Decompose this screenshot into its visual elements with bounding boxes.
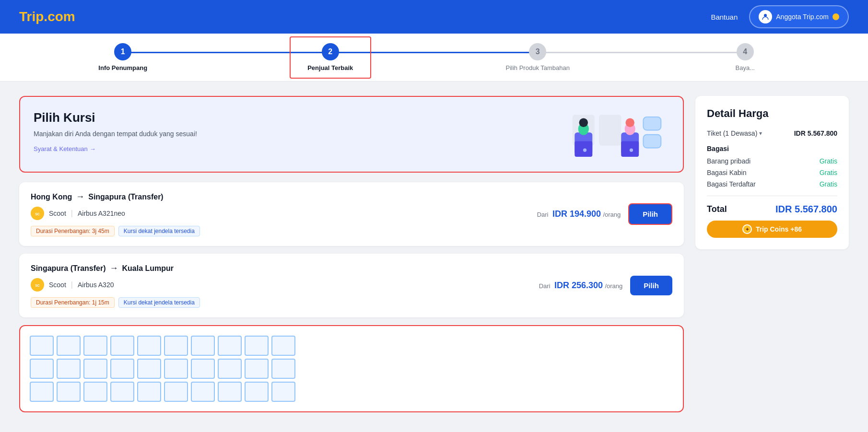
seat-cell[interactable] <box>83 336 107 356</box>
seat-cell[interactable] <box>191 382 215 402</box>
seat-cell[interactable] <box>83 359 107 379</box>
seat-cell[interactable] <box>110 359 134 379</box>
svg-text:SC: SC <box>35 212 40 216</box>
seat-cell[interactable] <box>164 382 188 402</box>
airline-2: Scoot <box>49 281 66 289</box>
price-1: IDR 194.900 <box>552 209 601 219</box>
seat-cell[interactable] <box>191 359 215 379</box>
seat-cell[interactable] <box>218 359 242 379</box>
seat-cell[interactable] <box>57 336 81 356</box>
seat-cell[interactable] <box>245 359 269 379</box>
tag-duration-1: Durasi Penerbangan: 3j 45m <box>31 226 115 236</box>
notification-dot <box>833 13 839 20</box>
bagasi-label-2: Bagasi Kabin <box>707 169 747 176</box>
chevron-down-icon[interactable]: ▾ <box>759 130 762 137</box>
step-1-number: 1 <box>121 47 125 56</box>
coin-icon: ✦ <box>742 224 752 234</box>
seat-cell[interactable] <box>137 382 161 402</box>
anggota-button[interactable]: Anggota Trip.com <box>749 5 849 28</box>
step-1-circle: 1 <box>114 43 131 60</box>
pilih-button-2[interactable]: Pilih <box>630 276 672 295</box>
seat-cell[interactable] <box>57 359 81 379</box>
seat-cell[interactable] <box>30 359 54 379</box>
header-right: Bantuan Anggota Trip.com <box>711 5 849 28</box>
pilih-kursi-title: Pilih Kursi <box>34 110 197 125</box>
scoot-logo-1: SC <box>31 207 44 220</box>
stepper: 1 Info Penumpang 2 Penjual Terbaik 3 Pil… <box>0 43 868 81</box>
seat-row-2 <box>30 359 673 379</box>
pilih-button-1[interactable]: Pilih <box>628 203 672 225</box>
avatar-icon <box>759 10 772 23</box>
plane-1: Airbus A321neo <box>78 210 125 217</box>
step-2-label: Penjual Terbaik <box>307 64 353 71</box>
seat-cell[interactable] <box>191 336 215 356</box>
seat-cell[interactable] <box>57 382 81 402</box>
pilih-kursi-text: Pilih Kursi Manjakan diri Anda dengan te… <box>34 110 197 162</box>
seat-cell[interactable] <box>218 382 242 402</box>
svg-rect-13 <box>643 117 661 130</box>
flight-pricing-1: Dari IDR 194.900 /orang Pilih <box>537 203 672 225</box>
seat-cell[interactable] <box>110 336 134 356</box>
seat-cell[interactable] <box>245 382 269 402</box>
left-panel: Pilih Kursi Manjakan diri Anda dengan te… <box>19 96 684 412</box>
arrow-1: → <box>76 192 84 202</box>
step-4: 4 Baya... <box>642 43 849 71</box>
syarat-link[interactable]: Syarat & Ketentuan → <box>34 145 197 162</box>
seat-cell[interactable] <box>164 359 188 379</box>
step-4-label: Baya... <box>736 64 755 71</box>
step-3-connector <box>538 52 745 53</box>
seat-cell[interactable] <box>30 336 54 356</box>
trip-coins-text: Trip Coins +86 <box>756 225 802 233</box>
dari-2: Dari <box>539 282 551 290</box>
bagasi-label-1: Barang pribadi <box>707 157 751 165</box>
pilih-kursi-desc: Manjakan diri Anda dengan tempat duduk y… <box>34 130 197 138</box>
seat-cell[interactable] <box>245 336 269 356</box>
stepper-container: 1 Info Penumpang 2 Penjual Terbaik 3 Pil… <box>0 34 868 82</box>
seat-cell[interactable] <box>30 382 54 402</box>
total-price: IDR 5.567.800 <box>775 204 837 215</box>
seat-cell[interactable] <box>110 382 134 402</box>
bagasi-section: Bagasi Barang pribadi Gratis Bagasi Kabi… <box>707 145 837 188</box>
svg-point-0 <box>764 14 767 17</box>
seat-cell[interactable] <box>83 382 107 402</box>
seat-cell[interactable] <box>137 359 161 379</box>
per-orang-1: /orang <box>603 211 621 218</box>
seat-cell[interactable] <box>271 336 295 356</box>
seat-cell[interactable] <box>218 336 242 356</box>
svg-text:SC: SC <box>35 284 40 287</box>
airline-1: Scoot <box>49 210 66 217</box>
logo[interactable]: Trip.com <box>19 9 75 24</box>
svg-point-10 <box>625 118 634 127</box>
bagasi-item-2: Bagasi Kabin Gratis <box>707 169 837 176</box>
detail-harga-card: Detail Harga Tiket (1 Dewasa) ▾ IDR 5.56… <box>695 96 849 249</box>
main-content: Pilih Kursi Manjakan diri Anda dengan te… <box>0 82 868 427</box>
logo-trip: Trip <box>19 9 44 24</box>
flight-row-2: Singapura (Transfer) → Kuala Lumpur SC S… <box>31 263 672 308</box>
bagasi-item-1: Barang pribadi Gratis <box>707 157 837 165</box>
step-2-number: 2 <box>328 47 332 56</box>
step-2-circle: 2 <box>322 43 339 60</box>
flight-info-1: SC Scoot | Airbus A321neo <box>31 207 200 220</box>
tag-window-1: Kursi dekat jendela tersedia <box>118 226 200 236</box>
bantuan-link[interactable]: Bantuan <box>711 13 738 21</box>
flight-left-2: Singapura (Transfer) → Kuala Lumpur SC S… <box>31 263 200 308</box>
svg-point-6 <box>579 118 588 127</box>
seat-cell[interactable] <box>137 336 161 356</box>
seat-map-preview <box>19 325 684 412</box>
seat-cell[interactable] <box>164 336 188 356</box>
tiket-price: IDR 5.567.800 <box>794 129 837 137</box>
flight-left-1: Hong Kong → Singapura (Transfer) SC Scoo… <box>31 192 200 236</box>
seat-cell[interactable] <box>271 382 295 402</box>
price-info-2: Dari IDR 256.300 /orang <box>539 280 623 291</box>
scoot-logo-2: SC <box>31 278 44 292</box>
seat-row-3 <box>30 382 673 402</box>
seat-cell[interactable] <box>271 359 295 379</box>
flight-card-2: Singapura (Transfer) → Kuala Lumpur SC S… <box>19 254 684 317</box>
step-1-label: Info Penumpang <box>98 64 147 71</box>
step-3-number: 3 <box>536 47 540 56</box>
flight-route-1: Hong Kong → Singapura (Transfer) <box>31 192 200 202</box>
svg-rect-14 <box>643 135 661 148</box>
tag-window-2: Kursi dekat jendela tersedia <box>118 297 200 308</box>
step-1-connector <box>123 52 330 53</box>
route-from-1: Hong Kong <box>31 193 72 201</box>
